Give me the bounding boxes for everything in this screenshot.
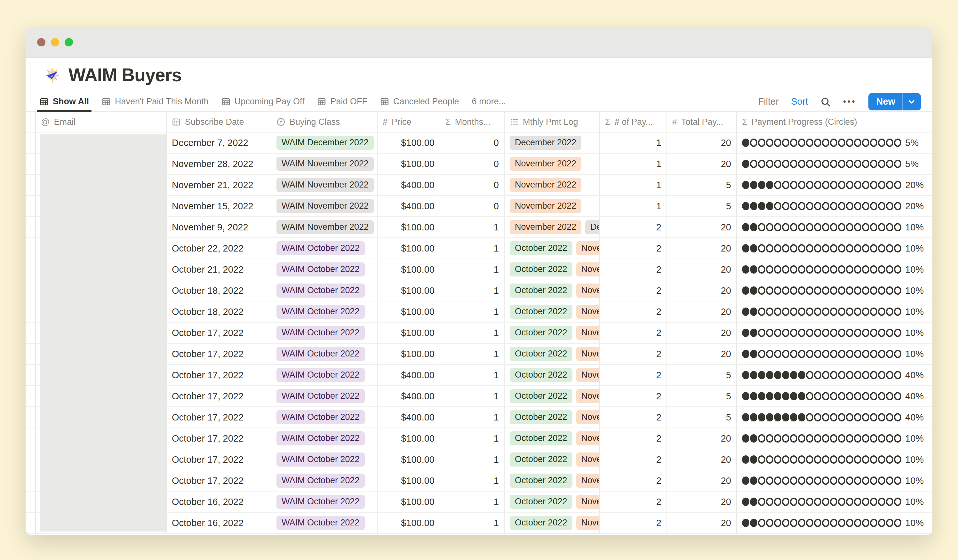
cell-months[interactable]: 1 [440,238,504,259]
cell-num_payments[interactable]: 2 [600,449,667,470]
cell-buying_class[interactable]: WAIM October 2022 [271,259,377,280]
row-gutter[interactable] [25,301,36,322]
cell-mthly_pmt_log[interactable]: October 2022November 2022 [504,322,600,343]
cell-progress[interactable]: 40% [737,386,933,406]
cell-total_payments[interactable]: 20 [667,238,737,259]
cell-months[interactable]: 1 [440,259,504,280]
chevron-down-icon[interactable] [903,98,921,106]
cell-progress[interactable]: 40% [737,407,933,428]
row-gutter[interactable] [25,217,36,238]
cell-progress[interactable]: 10% [737,217,933,238]
cell-total_payments[interactable]: 5 [667,365,737,385]
cell-progress[interactable]: 10% [737,449,933,470]
cell-progress[interactable]: 10% [737,322,933,343]
cell-subscribe_date[interactable]: October 21, 2022 [167,259,271,280]
cell-num_payments[interactable]: 1 [600,154,667,174]
cell-mthly_pmt_log[interactable]: October 2022November 2022 [504,259,600,280]
cell-buying_class[interactable]: WAIM November 2022 [271,175,377,195]
cell-months[interactable]: 1 [440,217,504,238]
cell-subscribe_date[interactable]: October 18, 2022 [167,301,271,322]
row-gutter[interactable] [25,512,36,533]
cell-price[interactable]: $400.00 [377,386,440,406]
cell-mthly_pmt_log[interactable]: October 2022November 2022 [504,449,600,470]
cell-total_payments[interactable]: 5 [667,175,737,195]
cell-mthly_pmt_log[interactable]: November 2022 [504,175,600,195]
cell-subscribe_date[interactable]: October 17, 2022 [167,449,271,470]
filter-button[interactable]: Filter [758,96,779,107]
cell-price[interactable]: $400.00 [377,407,440,428]
cell-progress[interactable]: 10% [737,428,933,449]
cell-mthly_pmt_log[interactable]: October 2022November 2022 [504,280,600,301]
cell-num_payments[interactable]: 1 [600,132,667,153]
cell-price[interactable]: $100.00 [377,280,440,301]
cell-progress[interactable]: 10% [737,238,933,259]
cell-price[interactable]: $100.00 [377,322,440,343]
cell-subscribe_date[interactable]: October 17, 2022 [167,407,271,428]
cell-mthly_pmt_log[interactable]: October 2022November 2022 [504,512,600,533]
new-button[interactable]: New [868,93,921,110]
cell-mthly_pmt_log[interactable]: October 2022November 2022 [504,344,600,364]
cell-mthly_pmt_log[interactable]: November 2022 [504,196,600,216]
cell-progress[interactable]: 10% [737,470,933,491]
cell-total_payments[interactable]: 5 [667,196,737,216]
row-gutter[interactable] [25,175,36,195]
cell-price[interactable]: $100.00 [377,259,440,280]
cell-months[interactable]: 1 [440,301,504,322]
cell-progress[interactable]: 10% [737,344,933,364]
cell-num_payments[interactable]: 2 [600,386,667,406]
row-gutter[interactable] [25,259,36,280]
cell-num_payments[interactable]: 2 [600,344,667,364]
row-gutter[interactable] [25,407,36,428]
cell-total_payments[interactable]: 20 [667,470,737,491]
more-views-button[interactable]: 6 more... [472,97,506,106]
cell-subscribe_date[interactable]: October 17, 2022 [167,386,271,406]
cell-progress[interactable]: 40% [737,365,933,385]
row-gutter[interactable] [25,196,36,216]
column-header-months[interactable]: ΣMonths... [440,112,504,132]
column-header-num_payments[interactable]: Σ# of Pay... [600,112,667,132]
cell-mthly_pmt_log[interactable]: November 2022 [504,154,600,174]
row-gutter[interactable] [25,428,36,449]
cell-total_payments[interactable]: 20 [667,322,737,343]
cell-progress[interactable]: 5% [737,132,933,153]
cell-num_payments[interactable]: 1 [600,175,667,195]
cell-buying_class[interactable]: WAIM December 2022 [271,132,377,153]
page-title[interactable]: WAIM Buyers [68,64,181,86]
cell-price[interactable]: $400.00 [377,365,440,385]
cell-num_payments[interactable]: 2 [600,492,667,512]
cell-months[interactable]: 0 [440,154,504,174]
cell-buying_class[interactable]: WAIM October 2022 [271,322,377,343]
cell-price[interactable]: $400.00 [377,175,440,195]
row-gutter[interactable] [25,386,36,406]
more-options-icon[interactable]: ••• [843,97,856,106]
cell-buying_class[interactable]: WAIM October 2022 [271,386,377,406]
row-gutter[interactable] [25,470,36,491]
cell-mthly_pmt_log[interactable]: November 2022December 2022 [504,217,600,238]
cell-num_payments[interactable]: 2 [600,217,667,238]
cell-mthly_pmt_log[interactable]: October 2022November 2022 [504,365,600,385]
column-header-mthly_pmt_log[interactable]: Mthly Pmt Log [504,112,600,132]
cell-total_payments[interactable]: 20 [667,344,737,364]
cell-subscribe_date[interactable]: November 15, 2022 [167,196,271,216]
cell-progress[interactable]: 10% [737,492,933,512]
cell-subscribe_date[interactable]: October 17, 2022 [167,322,271,343]
cell-buying_class[interactable]: WAIM October 2022 [271,428,377,449]
cell-buying_class[interactable]: WAIM October 2022 [271,449,377,470]
cell-num_payments[interactable]: 2 [600,512,667,533]
cell-months[interactable]: 1 [440,322,504,343]
cell-price[interactable]: $100.00 [377,428,440,449]
cell-months[interactable]: 0 [440,196,504,216]
cell-buying_class[interactable]: WAIM October 2022 [271,407,377,428]
cell-mthly_pmt_log[interactable]: October 2022November 2022 [504,407,600,428]
cell-total_payments[interactable]: 5 [667,386,737,406]
cell-progress[interactable]: 10% [737,512,933,533]
cell-subscribe_date[interactable]: October 16, 2022 [167,512,271,533]
cell-mthly_pmt_log[interactable]: October 2022November 2022 [504,238,600,259]
cell-num_payments[interactable]: 2 [600,301,667,322]
cell-price[interactable]: $100.00 [377,512,440,533]
cell-num_payments[interactable]: 2 [600,470,667,491]
cell-buying_class[interactable]: WAIM November 2022 [271,196,377,216]
column-header-progress[interactable]: ΣPayment Progress (Circles) [737,112,933,132]
cell-progress[interactable]: 20% [737,175,933,195]
cell-num_payments[interactable]: 1 [600,196,667,216]
